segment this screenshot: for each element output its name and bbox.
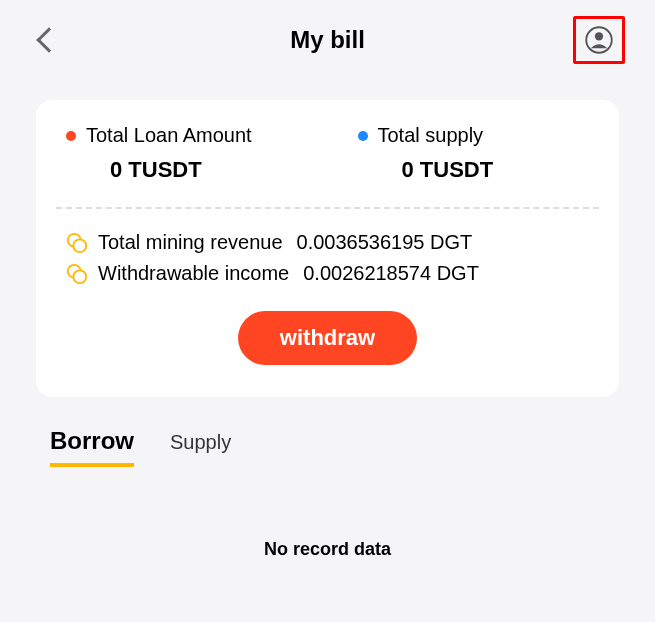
page-title: My bill (290, 26, 365, 54)
svg-point-3 (73, 239, 86, 252)
loan-dot-icon (66, 131, 76, 141)
profile-highlight (573, 16, 625, 64)
summary-card: Total Loan Amount 0 TUSDT Total supply 0… (36, 100, 619, 397)
total-supply-label: Total supply (378, 124, 484, 147)
tab-supply[interactable]: Supply (170, 431, 231, 466)
coins-icon (66, 263, 88, 285)
totals-row: Total Loan Amount 0 TUSDT Total supply 0… (56, 124, 599, 183)
total-supply-label-row: Total supply (358, 124, 484, 147)
profile-icon[interactable] (584, 25, 614, 55)
svg-point-5 (73, 270, 86, 283)
withdrawable-income-value: 0.0026218574 DGT (303, 262, 479, 285)
withdraw-button[interactable]: withdraw (238, 311, 417, 365)
total-supply-column: Total supply 0 TUSDT (298, 124, 590, 183)
mining-revenue-value: 0.0036536195 DGT (297, 231, 473, 254)
withdrawable-income-row: Withdrawable income 0.0026218574 DGT (56, 258, 599, 289)
total-loan-label-row: Total Loan Amount (66, 124, 252, 147)
divider (56, 207, 599, 209)
header: My bill (0, 0, 655, 80)
mining-revenue-row: Total mining revenue 0.0036536195 DGT (56, 227, 599, 258)
total-supply-value: 0 TUSDT (358, 157, 494, 183)
withdrawable-income-label: Withdrawable income (98, 262, 289, 285)
svg-point-1 (595, 32, 603, 40)
coins-icon (66, 232, 88, 254)
total-loan-value: 0 TUSDT (66, 157, 202, 183)
total-loan-label: Total Loan Amount (86, 124, 252, 147)
back-icon[interactable] (36, 27, 61, 52)
tab-borrow[interactable]: Borrow (50, 427, 134, 467)
tabs: Borrow Supply (0, 397, 655, 467)
total-loan-column: Total Loan Amount 0 TUSDT (66, 124, 298, 183)
no-record-message: No record data (0, 539, 655, 560)
supply-dot-icon (358, 131, 368, 141)
mining-revenue-label: Total mining revenue (98, 231, 283, 254)
